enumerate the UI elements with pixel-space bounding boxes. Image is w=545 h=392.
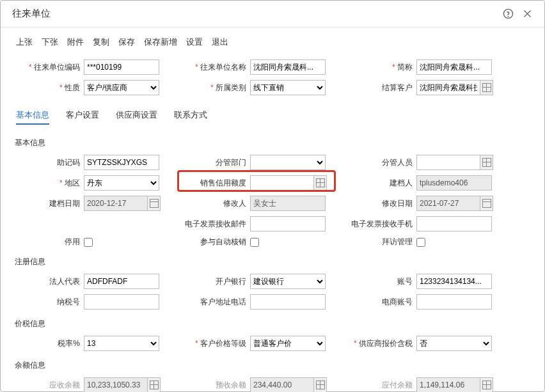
label-tax: 纳税号 [12, 297, 84, 308]
input-mnemonic[interactable] [84, 155, 159, 170]
dialog-body: 上张 下张 附件 复制 保存 保存新增 设置 退出 往来单位编码 往来单位名称 … [1, 27, 544, 392]
input-einv-email[interactable] [250, 216, 326, 231]
person-lookup-icon[interactable] [480, 155, 493, 170]
label-modifier: 修改人 [178, 198, 250, 209]
tabs: 基本信息 客户设置 供应商设置 联系方式 [12, 103, 533, 131]
label-nature: 性质 [12, 82, 84, 93]
input-einv-phone[interactable] [416, 216, 492, 231]
input-eacct[interactable] [416, 294, 492, 310]
select-category[interactable]: 线下直销 [250, 80, 326, 95]
label-creator: 建档人 [345, 178, 416, 189]
select-bank[interactable]: 建设银行 [250, 274, 326, 289]
select-tax-inc[interactable]: 否 [416, 336, 492, 351]
tab-contact[interactable]: 联系方式 [174, 109, 207, 125]
input-settle[interactable] [416, 80, 480, 95]
label-dept: 分管部门 [178, 157, 250, 168]
section-balance: 应收余额 预收余额 应付余额 预付余额 [12, 375, 533, 392]
checkbox-visit[interactable] [416, 238, 425, 247]
input-ap [416, 377, 480, 392]
input-person[interactable] [416, 155, 480, 170]
help-icon[interactable] [502, 8, 514, 20]
top-fields: 往来单位编码 往来单位名称 简称 性质 客户/供应商 所属类别 线下直销 结算客… [12, 54, 533, 100]
input-modifier [250, 196, 326, 211]
label-settle: 结算客户 [345, 82, 416, 93]
label-create-date: 建档日期 [12, 198, 84, 209]
label-tax-inc: 供应商报价含税 [345, 338, 416, 349]
select-region[interactable]: 丹东 [84, 175, 159, 191]
label-rate: 税率% [12, 338, 84, 349]
section-basic-title: 基本信息 [12, 131, 533, 152]
input-tax[interactable] [84, 294, 159, 310]
input-ar [84, 377, 148, 392]
input-modify-date [416, 196, 480, 211]
section-basic: 助记码 分管部门 分管人员 地区 丹东 销售信用额度 建档人 [12, 152, 533, 250]
section-reg: 法人代表 开户银行 建设银行 账号 纳税号 客户地址电话 电商账号 [12, 271, 533, 312]
label-bank: 开户银行 [178, 276, 250, 287]
pre-recv-calc-icon[interactable] [314, 377, 327, 392]
ap-calc-icon[interactable] [480, 377, 493, 392]
label-modify-date: 修改日期 [345, 198, 416, 209]
input-acct[interactable] [416, 274, 492, 289]
label-einv-email: 电子发票接收邮件 [178, 219, 250, 230]
dialog-title: 往来单位 [12, 8, 502, 20]
toolbar-copy[interactable]: 复制 [93, 36, 109, 48]
label-credit: 销售信用额度 [178, 178, 250, 189]
toolbar-settings[interactable]: 设置 [186, 36, 203, 48]
label-ap: 应付余额 [345, 380, 416, 391]
toolbar-save-new[interactable]: 保存新增 [144, 36, 177, 48]
credit-calc-icon[interactable] [314, 175, 327, 191]
toolbar-exit[interactable]: 退出 [212, 36, 228, 48]
input-addr-tel[interactable] [250, 294, 326, 310]
section-reg-title: 注册信息 [12, 250, 533, 271]
label-addr-tel: 客户地址电话 [178, 297, 250, 308]
label-visit: 拜访管理 [345, 237, 416, 247]
select-dept[interactable] [250, 155, 326, 170]
toolbar-next[interactable]: 下张 [42, 36, 58, 48]
tab-supplier[interactable]: 供应商设置 [116, 109, 157, 125]
input-code[interactable] [84, 59, 159, 75]
dialog-contact-unit: 往来单位 上张 下张 附件 复制 保存 保存新增 设置 退出 往来单位编码 [0, 0, 545, 392]
label-level: 客户价格等级 [178, 338, 250, 349]
label-einv-phone: 电子发票接收手机 [345, 219, 416, 230]
label-eacct: 电商账号 [345, 297, 416, 308]
label-disable: 停用 [12, 237, 84, 247]
toolbar-prev[interactable]: 上张 [16, 36, 33, 48]
select-rate[interactable]: 13 [84, 336, 159, 351]
checkbox-disable[interactable] [84, 238, 93, 247]
input-creator [416, 175, 492, 191]
section-price: 税率% 13 客户价格等级 普通客户价 供应商报价含税 否 [12, 333, 533, 354]
input-create-date [84, 196, 148, 211]
modify-date-calendar-icon[interactable] [480, 196, 493, 211]
header-icons [502, 8, 533, 20]
svg-point-1 [508, 16, 509, 17]
label-region: 地区 [12, 178, 84, 189]
input-name[interactable] [250, 59, 326, 75]
label-person: 分管人员 [345, 157, 416, 168]
label-code: 往来单位编码 [12, 62, 84, 73]
section-balance-title: 余额信息 [12, 354, 533, 375]
input-credit[interactable] [250, 175, 314, 191]
tab-customer[interactable]: 客户设置 [66, 109, 99, 125]
create-date-calendar-icon[interactable] [148, 196, 161, 211]
tab-basic[interactable]: 基本信息 [16, 109, 49, 125]
label-legal: 法人代表 [12, 276, 84, 287]
input-pre-recv [250, 377, 314, 392]
toolbar: 上张 下张 附件 复制 保存 保存新增 设置 退出 [12, 27, 533, 54]
toolbar-attach[interactable]: 附件 [67, 36, 84, 48]
section-price-title: 价税信息 [12, 312, 533, 333]
select-level[interactable]: 普通客户价 [250, 336, 326, 351]
label-acct: 账号 [345, 276, 416, 287]
close-icon[interactable] [521, 8, 533, 20]
label-name: 往来单位名称 [178, 62, 250, 73]
input-short[interactable] [416, 59, 492, 75]
label-category: 所属类别 [178, 82, 250, 93]
label-ar: 应收余额 [12, 380, 84, 391]
ar-calc-icon[interactable] [148, 377, 161, 392]
checkbox-auto-verify[interactable] [250, 238, 259, 247]
toolbar-save[interactable]: 保存 [118, 36, 135, 48]
select-nature[interactable]: 客户/供应商 [84, 80, 159, 95]
input-legal[interactable] [84, 274, 159, 289]
label-pre-recv: 预收余额 [178, 380, 250, 391]
settle-lookup-icon[interactable] [480, 80, 493, 95]
label-mnemonic: 助记码 [12, 157, 84, 168]
